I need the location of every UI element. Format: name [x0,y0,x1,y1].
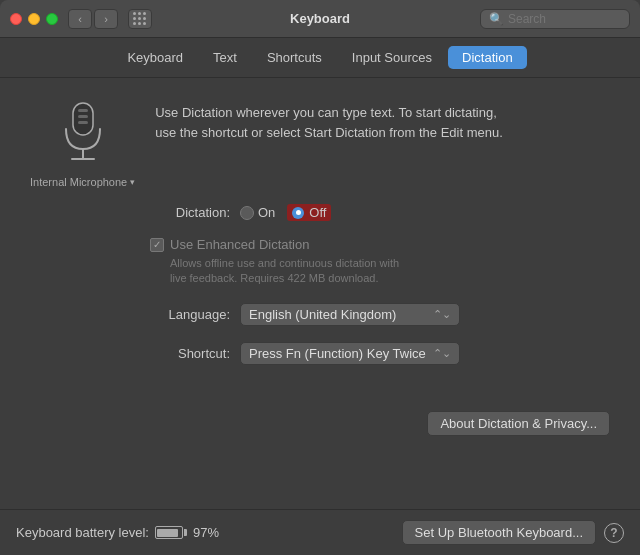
minimize-button[interactable] [28,13,40,25]
battery-section: Keyboard battery level: 97% [16,525,219,540]
enhanced-desc: Allows offline use and continuous dictat… [170,256,610,287]
language-row: Language: English (United Kingdom) ⌃⌄ [150,303,610,326]
battery-icon [155,526,187,539]
setup-bluetooth-button[interactable]: Set Up Bluetooth Keyboard... [402,520,596,545]
shortcut-value: Press Fn (Function) Key Twice [249,346,426,361]
battery-tip [184,529,187,536]
maximize-button[interactable] [46,13,58,25]
off-radio-button[interactable] [292,207,304,219]
dictation-toggle-row: Dictation: On Off [150,204,610,221]
forward-button[interactable]: › [94,9,118,29]
microphone-icon [53,98,113,168]
shortcut-row: Shortcut: Press Fn (Function) Key Twice … [150,342,610,365]
svg-rect-3 [78,121,88,124]
enhanced-dictation-section: ✓ Use Enhanced Dictation Allows offline … [150,237,610,287]
traffic-lights [10,13,58,25]
svg-rect-0 [73,103,93,135]
search-box[interactable]: 🔍 [480,9,630,29]
tab-keyboard[interactable]: Keyboard [113,46,197,69]
tab-dictation[interactable]: Dictation [448,46,527,69]
enhanced-checkbox[interactable]: ✓ [150,238,164,252]
tab-shortcuts[interactable]: Shortcuts [253,46,336,69]
svg-rect-1 [78,109,88,112]
language-dropdown[interactable]: English (United Kingdom) ⌃⌄ [240,303,460,326]
on-label: On [258,205,275,220]
mic-area: Internal Microphone ▾ [30,98,135,188]
tabs-bar: Keyboard Text Shortcuts Input Sources Di… [0,38,640,78]
shortcut-label: Shortcut: [150,346,230,361]
tab-text[interactable]: Text [199,46,251,69]
on-radio-button[interactable] [240,206,254,220]
chevron-down-icon: ⌃⌄ [433,347,451,360]
shortcut-dropdown[interactable]: Press Fn (Function) Key Twice ⌃⌄ [240,342,460,365]
off-label: Off [309,205,326,220]
about-dictation-button[interactable]: About Dictation & Privacy... [427,411,610,436]
about-button-row: About Dictation & Privacy... [30,411,610,436]
off-radio-box[interactable]: Off [287,204,331,221]
on-radio[interactable]: On [240,205,275,220]
language-label: Language: [150,307,230,322]
description-text: Use Dictation wherever you can type text… [155,98,610,142]
bottom-bar: Keyboard battery level: 97% Set Up Bluet… [0,509,640,555]
dictation-radio-group: On Off [240,204,331,221]
enhanced-label: Use Enhanced Dictation [170,237,309,252]
title-bar: ‹ › Keyboard 🔍 [0,0,640,38]
battery-label: Keyboard battery level: [16,525,149,540]
mic-section: Internal Microphone ▾ Use Dictation wher… [30,98,610,188]
svg-rect-2 [78,115,88,118]
help-button[interactable]: ? [604,523,624,543]
language-value: English (United Kingdom) [249,307,396,322]
search-input[interactable] [508,12,621,26]
dictation-label: Dictation: [150,205,230,220]
window-title: Keyboard [290,11,350,26]
tab-input-sources[interactable]: Input Sources [338,46,446,69]
search-icon: 🔍 [489,12,504,26]
grid-icon [133,12,147,26]
nav-buttons: ‹ › [68,9,118,29]
back-button[interactable]: ‹ [68,9,92,29]
close-button[interactable] [10,13,22,25]
grid-view-button[interactable] [128,9,152,29]
battery-body [155,526,183,539]
enhanced-row: ✓ Use Enhanced Dictation [150,237,610,252]
battery-fill [157,529,178,537]
main-content: Internal Microphone ▾ Use Dictation wher… [0,78,640,456]
bottom-right: Set Up Bluetooth Keyboard... ? [402,520,624,545]
battery-percent: 97% [193,525,219,540]
checkmark-icon: ✓ [153,240,161,250]
chevron-down-icon: ⌃⌄ [433,308,451,321]
chevron-down-icon: ▾ [130,177,135,187]
mic-label[interactable]: Internal Microphone ▾ [30,176,135,188]
